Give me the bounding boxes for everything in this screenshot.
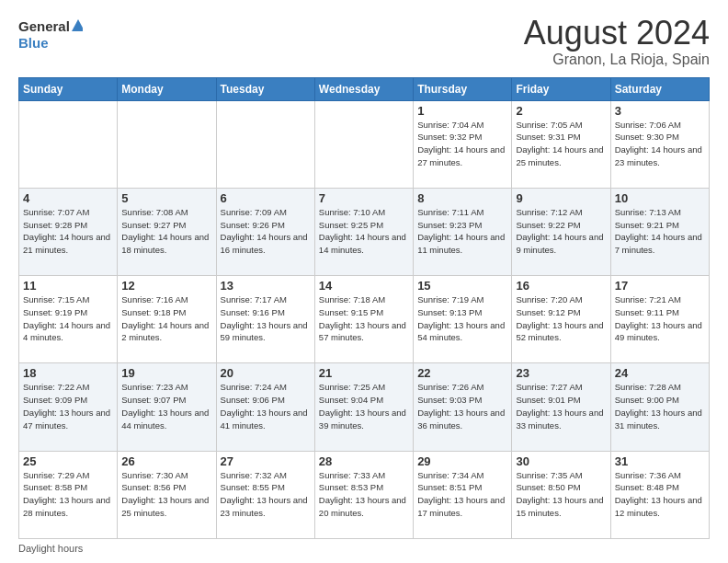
day-number: 23 bbox=[516, 366, 606, 380]
day-info: Sunrise: 7:30 AMSunset: 8:56 PMDaylight:… bbox=[121, 469, 211, 520]
day-number: 22 bbox=[417, 366, 507, 380]
day-number: 1 bbox=[417, 104, 507, 118]
day-info: Sunrise: 7:27 AMSunset: 9:01 PMDaylight:… bbox=[516, 381, 606, 431]
day-cell: 31Sunrise: 7:36 AMSunset: 8:48 PMDayligh… bbox=[610, 451, 709, 538]
day-info: Sunrise: 7:08 AMSunset: 9:27 PMDaylight:… bbox=[121, 206, 211, 257]
day-info: Sunrise: 7:32 AMSunset: 8:55 PMDaylight:… bbox=[221, 469, 311, 520]
day-info: Sunrise: 7:36 AMSunset: 8:48 PMDaylight:… bbox=[615, 469, 705, 520]
day-info: Sunrise: 7:04 AMSunset: 9:32 PMDaylight:… bbox=[417, 119, 507, 169]
day-number: 17 bbox=[615, 279, 705, 293]
day-info: Sunrise: 7:16 AMSunset: 9:18 PMDaylight:… bbox=[121, 293, 211, 344]
col-header-thursday: Thursday bbox=[414, 77, 512, 100]
day-number: 2 bbox=[516, 104, 606, 118]
title-block: August 2024 Granon, La Rioja, Spain bbox=[524, 15, 710, 68]
week-row-1: 1Sunrise: 7:04 AMSunset: 9:32 PMDaylight… bbox=[19, 100, 710, 188]
day-info: Sunrise: 7:29 AMSunset: 8:58 PMDaylight:… bbox=[23, 469, 113, 520]
day-cell: 6Sunrise: 7:09 AMSunset: 9:26 PMDaylight… bbox=[216, 188, 314, 275]
day-info: Sunrise: 7:05 AMSunset: 9:31 PMDaylight:… bbox=[516, 119, 606, 169]
day-cell: 25Sunrise: 7:29 AMSunset: 8:58 PMDayligh… bbox=[19, 451, 118, 538]
header: General Blue August 2024 Granon, La Rioj… bbox=[18, 15, 710, 68]
day-number: 3 bbox=[615, 104, 705, 118]
day-info: Sunrise: 7:20 AMSunset: 9:12 PMDaylight:… bbox=[516, 293, 606, 344]
day-cell: 30Sunrise: 7:35 AMSunset: 8:50 PMDayligh… bbox=[512, 451, 610, 538]
day-number: 12 bbox=[121, 279, 211, 293]
col-header-monday: Monday bbox=[118, 77, 216, 100]
main-title: August 2024 bbox=[524, 15, 710, 52]
day-cell: 11Sunrise: 7:15 AMSunset: 9:19 PMDayligh… bbox=[19, 276, 118, 363]
svg-marker-2 bbox=[72, 19, 83, 31]
col-header-friday: Friday bbox=[512, 77, 610, 100]
col-header-saturday: Saturday bbox=[610, 77, 709, 100]
footer-note-text: Daylight hours bbox=[18, 543, 83, 554]
day-cell: 4Sunrise: 7:07 AMSunset: 9:28 PMDaylight… bbox=[19, 188, 118, 275]
day-number: 15 bbox=[417, 279, 507, 293]
day-number: 4 bbox=[23, 191, 113, 205]
day-number: 5 bbox=[121, 191, 211, 205]
day-info: Sunrise: 7:11 AMSunset: 9:23 PMDaylight:… bbox=[417, 206, 507, 257]
col-header-wednesday: Wednesday bbox=[314, 77, 413, 100]
day-number: 19 bbox=[121, 366, 211, 380]
day-number: 9 bbox=[516, 191, 606, 205]
col-header-sunday: Sunday bbox=[19, 77, 118, 100]
day-info: Sunrise: 7:33 AMSunset: 8:53 PMDaylight:… bbox=[319, 469, 409, 520]
day-number: 24 bbox=[615, 366, 705, 380]
day-number: 7 bbox=[319, 191, 409, 205]
day-info: Sunrise: 7:25 AMSunset: 9:04 PMDaylight:… bbox=[319, 381, 409, 431]
day-info: Sunrise: 7:09 AMSunset: 9:26 PMDaylight:… bbox=[221, 206, 311, 257]
day-number: 10 bbox=[615, 191, 705, 205]
day-number: 13 bbox=[221, 279, 311, 293]
day-cell: 10Sunrise: 7:13 AMSunset: 9:21 PMDayligh… bbox=[610, 188, 709, 275]
day-info: Sunrise: 7:23 AMSunset: 9:07 PMDaylight:… bbox=[121, 381, 211, 431]
day-number: 26 bbox=[121, 454, 211, 468]
day-number: 18 bbox=[23, 366, 113, 380]
day-info: Sunrise: 7:34 AMSunset: 8:51 PMDaylight:… bbox=[417, 469, 507, 520]
day-number: 8 bbox=[417, 191, 507, 205]
day-cell: 8Sunrise: 7:11 AMSunset: 9:23 PMDaylight… bbox=[414, 188, 512, 275]
day-cell bbox=[216, 100, 314, 188]
calendar-table: SundayMondayTuesdayWednesdayThursdayFrid… bbox=[18, 77, 710, 539]
day-number: 21 bbox=[319, 366, 409, 380]
day-number: 6 bbox=[221, 191, 311, 205]
day-info: Sunrise: 7:28 AMSunset: 9:00 PMDaylight:… bbox=[615, 381, 705, 431]
week-row-2: 4Sunrise: 7:07 AMSunset: 9:28 PMDaylight… bbox=[19, 188, 710, 275]
day-cell: 26Sunrise: 7:30 AMSunset: 8:56 PMDayligh… bbox=[118, 451, 216, 538]
day-number: 16 bbox=[516, 279, 606, 293]
day-number: 31 bbox=[615, 454, 705, 468]
day-cell: 23Sunrise: 7:27 AMSunset: 9:01 PMDayligh… bbox=[512, 363, 610, 451]
day-info: Sunrise: 7:17 AMSunset: 9:16 PMDaylight:… bbox=[221, 293, 311, 344]
day-info: Sunrise: 7:21 AMSunset: 9:11 PMDaylight:… bbox=[615, 293, 705, 344]
day-info: Sunrise: 7:35 AMSunset: 8:50 PMDaylight:… bbox=[516, 469, 606, 520]
week-row-4: 18Sunrise: 7:22 AMSunset: 9:09 PMDayligh… bbox=[19, 363, 710, 451]
day-cell bbox=[314, 100, 413, 188]
page: General Blue August 2024 Granon, La Rioj… bbox=[0, 0, 728, 563]
day-info: Sunrise: 7:13 AMSunset: 9:21 PMDaylight:… bbox=[615, 206, 705, 257]
day-number: 14 bbox=[319, 279, 409, 293]
day-cell: 18Sunrise: 7:22 AMSunset: 9:09 PMDayligh… bbox=[19, 363, 118, 451]
day-info: Sunrise: 7:26 AMSunset: 9:03 PMDaylight:… bbox=[417, 381, 507, 431]
day-number: 30 bbox=[516, 454, 606, 468]
day-number: 28 bbox=[319, 454, 409, 468]
day-cell: 29Sunrise: 7:34 AMSunset: 8:51 PMDayligh… bbox=[414, 451, 512, 538]
logo: General Blue bbox=[18, 15, 83, 53]
day-cell: 17Sunrise: 7:21 AMSunset: 9:11 PMDayligh… bbox=[610, 276, 709, 363]
day-cell bbox=[19, 100, 118, 188]
day-cell: 13Sunrise: 7:17 AMSunset: 9:16 PMDayligh… bbox=[216, 276, 314, 363]
header-row: SundayMondayTuesdayWednesdayThursdayFrid… bbox=[19, 77, 710, 100]
day-info: Sunrise: 7:06 AMSunset: 9:30 PMDaylight:… bbox=[615, 119, 705, 169]
day-info: Sunrise: 7:12 AMSunset: 9:22 PMDaylight:… bbox=[516, 206, 606, 257]
footer-note: Daylight hours bbox=[18, 543, 710, 554]
day-info: Sunrise: 7:15 AMSunset: 9:19 PMDaylight:… bbox=[23, 293, 113, 344]
week-row-5: 25Sunrise: 7:29 AMSunset: 8:58 PMDayligh… bbox=[19, 451, 710, 538]
subtitle: Granon, La Rioja, Spain bbox=[524, 52, 710, 68]
day-cell: 22Sunrise: 7:26 AMSunset: 9:03 PMDayligh… bbox=[414, 363, 512, 451]
day-cell: 14Sunrise: 7:18 AMSunset: 9:15 PMDayligh… bbox=[314, 276, 413, 363]
day-info: Sunrise: 7:07 AMSunset: 9:28 PMDaylight:… bbox=[23, 206, 113, 257]
day-info: Sunrise: 7:22 AMSunset: 9:09 PMDaylight:… bbox=[23, 381, 113, 431]
day-cell: 19Sunrise: 7:23 AMSunset: 9:07 PMDayligh… bbox=[118, 363, 216, 451]
day-info: Sunrise: 7:18 AMSunset: 9:15 PMDaylight:… bbox=[319, 293, 409, 344]
svg-text:General: General bbox=[18, 18, 70, 34]
day-cell: 24Sunrise: 7:28 AMSunset: 9:00 PMDayligh… bbox=[610, 363, 709, 451]
day-cell: 15Sunrise: 7:19 AMSunset: 9:13 PMDayligh… bbox=[414, 276, 512, 363]
day-info: Sunrise: 7:19 AMSunset: 9:13 PMDaylight:… bbox=[417, 293, 507, 344]
generalblue-logo: General Blue bbox=[18, 15, 83, 53]
